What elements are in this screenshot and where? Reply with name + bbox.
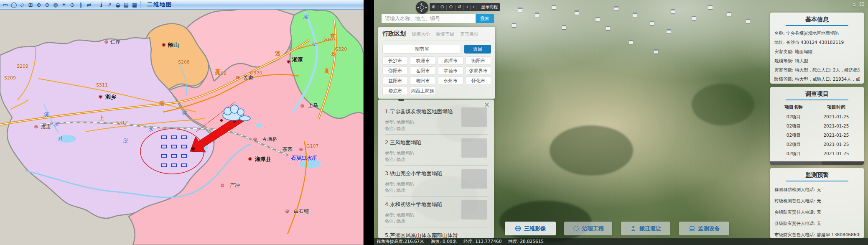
city-button[interactable]: 娄底市: [382, 87, 408, 95]
forest-patch: [692, 84, 754, 125]
map-toolbar: ▭◯◇⊞⊕⊖◍⌖⊙‖⇄ℹ↗◒▤▦ 二维地图: [0, 0, 364, 10]
city-button[interactable]: 张家界市: [466, 66, 491, 75]
city-button[interactable]: 岳阳市: [410, 66, 435, 75]
compass-down-icon[interactable]: ▾: [420, 10, 422, 13]
mail-icon[interactable]: ▤: [122, 1, 130, 8]
search-input[interactable]: [382, 14, 476, 23]
map-mode-label[interactable]: 二维地图: [147, 1, 172, 8]
pan-icon[interactable]: ⌖: [60, 1, 68, 8]
building: [606, 26, 610, 30]
map-label: 瑞: [159, 100, 165, 107]
zoom-out-icon[interactable]: ⊖: [43, 1, 51, 8]
nav-button-1[interactable]: ⊖: [440, 3, 444, 11]
tab-disaster-type[interactable]: 灾害类型: [460, 31, 479, 37]
city-button[interactable]: 湘潭市: [438, 56, 463, 65]
globe-icon: [515, 225, 521, 232]
map-label: 严冲: [230, 182, 240, 189]
full-extent-icon[interactable]: ◍: [52, 1, 59, 8]
compass-up-icon[interactable]: ▴: [420, 2, 422, 5]
city-button[interactable]: 邵阳市: [382, 66, 408, 75]
export-icon[interactable]: ↗: [106, 1, 113, 8]
city-button[interactable]: 郴州市: [410, 77, 435, 85]
map-label: S208: [178, 59, 190, 65]
city-button[interactable]: 常德市: [438, 66, 463, 75]
tab-risk-level[interactable]: 险情等级: [436, 31, 454, 37]
button-3d-image[interactable]: 三维影像: [505, 222, 556, 235]
disaster-thumbnail[interactable]: [461, 107, 487, 127]
status-segment: 经度: 113.777460: [463, 239, 501, 245]
disaster-title: 5.芦淞区凤凰山体东南部山体滑坡: [385, 232, 460, 238]
map-label: 水: [148, 126, 153, 133]
measure-distance-icon[interactable]: ▭: [2, 1, 9, 8]
map-label: 珠: [331, 51, 337, 58]
map-label: 古塘桥: [262, 136, 277, 143]
back-button[interactable]: 返回: [464, 45, 491, 54]
status-bar: 视角海拔高度:216.67米海拔:-0.00米经度: 113.777460纬度:…: [374, 238, 868, 245]
show-elevation-button[interactable]: 显示高程: [479, 4, 498, 10]
nav-button-4[interactable]: ‹: [466, 3, 468, 11]
survey-row[interactable]: 02项目2021-01-25: [774, 121, 860, 130]
drag-handle[interactable]: [398, 100, 404, 101]
disaster-title: 3.铁山完全小学地面塌陷: [385, 170, 460, 177]
compass-control[interactable]: ▴ ▾ ◂ ▸: [416, 1, 428, 14]
city-button[interactable]: 衡阳市: [466, 56, 491, 65]
building: [575, 10, 579, 15]
measure-circle-icon[interactable]: ◯: [10, 1, 18, 8]
map-label: S311: [96, 82, 108, 88]
disaster-list-item[interactable]: 5.芦淞区凤凰山体东南部山体滑坡: [385, 227, 488, 238]
nav-button-0[interactable]: ⊕: [432, 3, 435, 11]
survey-row[interactable]: 02项目2021-01-25: [774, 140, 860, 149]
horizontal-scrollbar[interactable]: [770, 161, 864, 165]
monitor-row: 县级防灾责任人电话: 无: [774, 218, 860, 229]
tab-scale-size[interactable]: 规模大小: [412, 31, 430, 37]
survey-row[interactable]: 02项目2021-01-25: [774, 130, 860, 140]
map-label: G320: [250, 70, 262, 76]
survey-row[interactable]: 02项目2021-01-25: [774, 149, 860, 158]
building: [708, 5, 713, 9]
nav-button-2[interactable]: ⊙: [449, 3, 453, 11]
survey-row[interactable]: 02项目2021-01-25: [774, 112, 860, 121]
city-button[interactable]: 株洲市: [410, 56, 435, 65]
save-icon[interactable]: ◒: [114, 1, 122, 8]
city-button[interactable]: 长沙市: [382, 56, 408, 65]
search-button[interactable]: 搜索: [476, 14, 494, 23]
province-select-button[interactable]: 湖南省: [382, 45, 461, 54]
city-button[interactable]: 永州市: [438, 77, 463, 85]
map-label: S312: [116, 120, 128, 125]
button-relocation[interactable]: 搬迁避让: [621, 222, 670, 235]
building: [596, 17, 600, 21]
map-label: 湘潭县: [255, 156, 271, 163]
separator: [140, 1, 141, 8]
status-segment: 纬度: 28.825615: [508, 239, 544, 245]
grid-layers-icon[interactable]: ⊞: [27, 1, 34, 8]
place-marker-icon: ◎: [299, 147, 303, 151]
disaster-thumbnail[interactable]: [461, 200, 487, 219]
disaster-list-item[interactable]: 1.宁乡县煤炭坝地区地面塌陷类型: 地面塌陷备注: 隐患: [385, 104, 488, 135]
building: [671, 9, 675, 13]
city-button[interactable]: 益阳市: [382, 77, 408, 85]
city-button[interactable]: 湘西土家族...: [410, 87, 435, 95]
home-icon[interactable]: ⌂: [853, 1, 856, 7]
disaster-thumbnail[interactable]: [461, 169, 487, 189]
zoom-in-icon[interactable]: ⊕: [35, 1, 43, 8]
disaster-list-item[interactable]: 4.永和初级中学地面塌陷类型: 地面塌陷备注: 隐患: [385, 197, 488, 227]
nav-button-3[interactable]: ↺: [458, 3, 461, 11]
nav-button-5[interactable]: ›: [473, 3, 474, 11]
info-icon[interactable]: ℹ: [97, 1, 105, 8]
pause-icon[interactable]: ‖: [77, 1, 84, 8]
button-treatment-project[interactable]: 治理工程: [564, 222, 612, 235]
city-button[interactable]: 怀化市: [466, 77, 491, 85]
swap-view-icon[interactable]: ⇄: [85, 1, 93, 8]
globe-icon[interactable]: [859, 1, 865, 7]
disaster-list-item[interactable]: 2.三凤地面塌陷类型: 地面塌陷备注: 隐患: [385, 135, 488, 166]
compass-left-icon[interactable]: ◂: [417, 6, 419, 9]
button-monitor-device[interactable]: 监测设备: [679, 222, 729, 235]
disaster-list-item[interactable]: 3.铁山完全小学地面塌陷类型: 地面塌陷备注: 隐患: [385, 166, 488, 197]
building: [692, 16, 696, 20]
measure-polygon-icon[interactable]: ◇: [18, 1, 26, 8]
tab-admin-division[interactable]: 行政区划: [382, 30, 406, 38]
compass-right-icon[interactable]: ▸: [425, 6, 427, 9]
disaster-thumbnail[interactable]: [461, 138, 487, 158]
print-icon[interactable]: ▦: [131, 1, 138, 8]
previous-view-icon[interactable]: ⊙: [69, 1, 76, 8]
